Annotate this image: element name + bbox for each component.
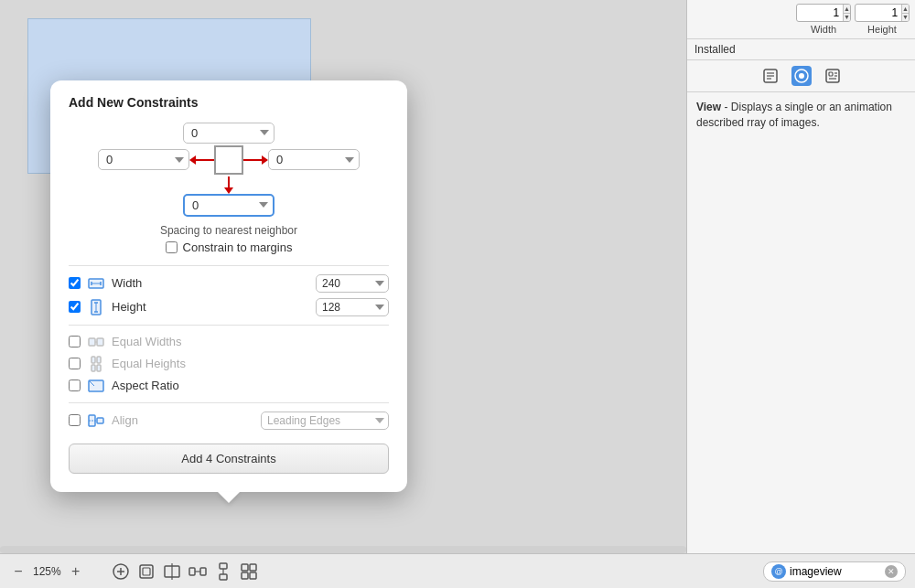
align-icon: [88, 412, 104, 429]
separator-2: [69, 325, 389, 326]
spacing-bottom-select[interactable]: 0: [183, 194, 274, 217]
svg-rect-9: [97, 338, 103, 346]
description-bold: View: [696, 101, 721, 113]
panel-icon-size[interactable]: [791, 66, 812, 86]
search-clear-button[interactable]: ✕: [885, 565, 898, 578]
svg-rect-37: [200, 568, 206, 575]
spacing-bottom-select-wrap: 0: [183, 194, 274, 217]
svg-rect-43: [250, 564, 256, 571]
separator-3: [69, 402, 389, 403]
left-arrow: [189, 155, 214, 165]
svg-rect-45: [250, 572, 256, 579]
svg-rect-39: [220, 563, 227, 569]
installed-label: Installed: [694, 43, 736, 56]
spacing-top-area: 0: [183, 123, 274, 144]
width-size-field: 1 ▲ ▼ Width: [796, 4, 851, 35]
width-value-select[interactable]: 240: [316, 274, 389, 293]
height-value-select[interactable]: 128: [316, 298, 389, 316]
svg-point-25: [799, 73, 804, 79]
height-spinner-arrows[interactable]: ▲ ▼: [901, 5, 909, 21]
distribute-v-icon[interactable]: [213, 561, 233, 582]
height-spinner[interactable]: 1 ▲ ▼: [855, 4, 910, 22]
panel-icon-attributes[interactable]: [760, 66, 780, 86]
arrow-v-line: [228, 176, 230, 187]
height-size-field: 1 ▲ ▼ Height: [855, 4, 910, 35]
constrain-margins-label: Constrain to margins: [183, 241, 293, 254]
width-spinner-arrows[interactable]: ▲ ▼: [843, 5, 850, 21]
width-spinner[interactable]: 1 ▲ ▼: [796, 4, 851, 22]
constrain-margins-checkbox[interactable]: [166, 241, 178, 253]
aspect-ratio-row: Aspect Ratio: [69, 375, 389, 397]
arrow-head-left-icon: [189, 155, 196, 165]
spacing-label: Spacing to nearest neighbor: [69, 224, 389, 237]
equal-heights-checkbox[interactable]: [69, 358, 81, 369]
svg-rect-13: [92, 365, 95, 371]
aspect-ratio-label: Aspect Ratio: [112, 379, 389, 392]
spacing-right-select[interactable]: 0: [268, 149, 360, 170]
spacing-top-select[interactable]: 0: [183, 123, 274, 144]
height-checkbox[interactable]: [69, 301, 81, 313]
equal-widths-checkbox[interactable]: [69, 336, 81, 347]
height-label: Height: [112, 300, 308, 314]
height-icon: [88, 299, 104, 315]
align-row: Align Leading Edges: [69, 409, 389, 433]
svg-rect-11: [92, 357, 95, 363]
panel-icon-identity[interactable]: [823, 66, 843, 86]
svg-rect-33: [143, 568, 150, 575]
svg-rect-32: [140, 565, 153, 578]
zoom-out-button[interactable]: −: [9, 562, 27, 581]
add-constraints-button[interactable]: Add 4 Constraints: [69, 444, 389, 474]
panel-icons-row: [687, 60, 915, 92]
aspect-ratio-icon: [88, 378, 104, 394]
canvas-scrollbar[interactable]: [0, 546, 686, 553]
bottom-v-arrow: [224, 176, 233, 194]
dialog-title: Add New Constraints: [69, 95, 389, 110]
width-down-arrow[interactable]: ▼: [844, 14, 850, 22]
width-icon: [88, 275, 104, 292]
arrow-line-h-left: [196, 159, 214, 161]
align-icon-toolbar[interactable]: [162, 561, 182, 582]
equal-widths-row: Equal Widths: [69, 331, 389, 353]
align-checkbox[interactable]: [69, 414, 81, 426]
width-spinner-val: 1: [797, 6, 843, 19]
center-box: [214, 145, 243, 175]
svg-rect-42: [242, 564, 248, 571]
width-checkbox[interactable]: [69, 277, 81, 289]
arrow-head-right-icon: [262, 155, 268, 165]
height-spinner-val: 1: [856, 6, 901, 19]
embed-stack-icon[interactable]: [136, 561, 156, 582]
height-up-arrow[interactable]: ▲: [902, 5, 909, 14]
height-constraint-row: Height 128: [69, 295, 389, 319]
equal-heights-icon: [88, 356, 104, 372]
svg-rect-40: [220, 574, 227, 580]
svg-rect-44: [242, 572, 248, 579]
constrain-margins-row: Constrain to margins: [69, 241, 389, 254]
spacing-middle-row: 0: [98, 145, 360, 175]
constraints-dialog: Add New Constraints 0 0: [50, 80, 407, 492]
panel-description: View - Displays a single or an animation…: [687, 92, 915, 588]
equal-widths-label: Equal Widths: [112, 335, 389, 348]
svg-rect-18: [97, 418, 103, 423]
distribute-h-icon[interactable]: [188, 561, 208, 582]
equal-widths-icon: [88, 334, 104, 350]
right-panel: 1 ▲ ▼ Width 1 ▲ ▼ Height: [686, 0, 915, 588]
search-input[interactable]: [790, 565, 881, 578]
spacing-bottom-area: [224, 176, 233, 194]
resolve-constraints-icon[interactable]: [111, 561, 131, 582]
spacing-diagram: 0 0: [69, 123, 389, 217]
installed-row: Installed: [687, 39, 915, 60]
width-up-arrow[interactable]: ▲: [844, 5, 850, 14]
svg-rect-27: [829, 72, 833, 76]
bottom-toolbar: − 125% +: [0, 553, 915, 588]
equal-heights-row: Equal Heights: [69, 353, 389, 375]
aspect-ratio-checkbox[interactable]: [69, 380, 81, 391]
grid-icon[interactable]: [239, 561, 259, 582]
height-down-arrow[interactable]: ▼: [902, 14, 909, 22]
right-arrow: [243, 155, 268, 165]
arrow-head-down-icon: [224, 187, 233, 194]
canvas-area: UIImageView Roll Add New Constraints 0: [0, 0, 686, 588]
search-field[interactable]: @ ✕: [763, 561, 906, 582]
spacing-left-select[interactable]: 0: [98, 149, 189, 170]
align-dropdown[interactable]: Leading Edges: [261, 412, 389, 430]
zoom-in-button[interactable]: +: [67, 562, 85, 581]
